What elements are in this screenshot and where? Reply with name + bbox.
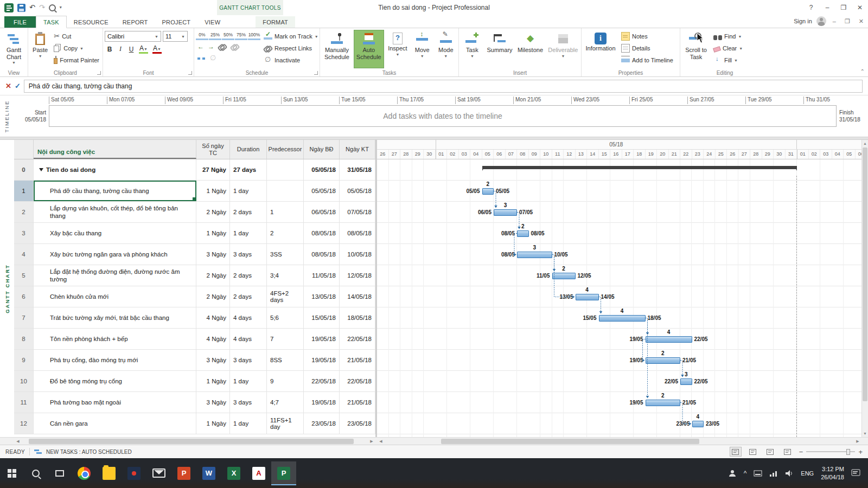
print-preview-icon[interactable] (49, 4, 56, 11)
zoom-slider[interactable] (806, 451, 855, 452)
cell-id[interactable]: 4 (14, 244, 34, 265)
table-horizontal-scrollbar[interactable]: ◀ ▶ (14, 438, 375, 445)
task-row[interactable]: 9Phá trụ cổng, đào móng trụ mới3 Ngày3 d… (14, 350, 375, 371)
task-row[interactable]: 0Tien do sai dong27 Ngày27 days05/05/183… (14, 159, 375, 181)
cell-name[interactable]: Xây bậc cầu thang (34, 223, 196, 243)
cell-id[interactable]: 12 (14, 413, 34, 434)
scroll-right-icon[interactable]: ▶ (368, 439, 375, 444)
cell-duration[interactable]: 1 day (230, 371, 267, 391)
row-number-header[interactable] (14, 140, 34, 159)
mark-on-track-button[interactable]: Mark on Track ▼ (262, 31, 320, 42)
chart-body[interactable]: 05/0505/05206/0507/05308/0508/05208/0510… (377, 159, 861, 437)
timescale[interactable]: 05/18 2627282930010203040506070809101112… (377, 140, 861, 159)
inactivate-button[interactable]: Inactivate (262, 55, 320, 66)
task-view-button[interactable] (48, 461, 72, 485)
font-size-select[interactable]: 11 ▼ (163, 31, 188, 42)
cell-duration[interactable]: 2 days (230, 265, 267, 286)
cell-pred[interactable]: 4FS+2 days (267, 286, 304, 307)
table-scroll-thumb[interactable] (29, 439, 354, 444)
task-row[interactable]: 4Xây bức tường ngăn gara và phòng khách3… (14, 244, 375, 265)
minimize-button[interactable]: – (819, 1, 835, 15)
column-header[interactable]: Số ngày TC (196, 140, 230, 159)
scroll-left-icon[interactable]: ◀ (377, 439, 385, 444)
help-button[interactable]: ? (803, 1, 819, 15)
tab-project[interactable]: PROJECT (155, 16, 198, 28)
font-color-button[interactable]: A▼ (152, 44, 162, 54)
font-dialog-launcher-icon[interactable] (188, 71, 192, 75)
cell-pred[interactable]: 9 (267, 371, 304, 391)
cell-id[interactable]: 9 (14, 350, 34, 370)
vertical-scrollbar[interactable]: ▲ ▼ (861, 140, 868, 437)
cell-id[interactable]: 5 (14, 265, 34, 286)
fill-button[interactable]: Fill ▼ (712, 55, 744, 66)
cell-finish[interactable]: 21/05/18 (340, 392, 375, 413)
cell-start[interactable]: 15/05/18 (304, 307, 340, 328)
tab-resource[interactable]: RESOURCE (67, 16, 116, 28)
action-center-icon[interactable] (851, 469, 860, 477)
cell-pred[interactable]: 11FS+1 day (267, 413, 304, 434)
percent-complete-button[interactable]: 75% (235, 31, 247, 40)
app-logo-icon[interactable] (4, 3, 14, 12)
outdent-task-icon[interactable]: ← (197, 43, 204, 50)
scroll-up-icon[interactable]: ▲ (862, 140, 868, 147)
cell-id[interactable]: 8 (14, 329, 34, 349)
cell-duration[interactable]: 3 days (230, 350, 267, 370)
respect-links-button[interactable]: Respect Links (262, 43, 320, 54)
manually-schedule-button[interactable]: Manually Schedule (322, 30, 352, 68)
maximize-button[interactable]: ❐ (835, 1, 852, 15)
people-icon[interactable] (728, 469, 737, 478)
column-header[interactable]: Ngày BĐ (304, 140, 340, 159)
percent-complete-button[interactable]: 100% (248, 31, 260, 40)
taskbar-chrome-icon[interactable] (72, 461, 97, 485)
cell-start[interactable]: 05/05/18 (304, 181, 340, 201)
cell-so_ngay[interactable]: 2 Ngày (196, 286, 230, 307)
cell-duration[interactable]: 4 days (230, 307, 267, 328)
timeline-pane-tab[interactable]: TIMELINE (0, 95, 14, 137)
tab-report[interactable]: REPORT (116, 16, 155, 28)
cell-start[interactable]: 19/05/18 (304, 392, 340, 413)
sign-in-link[interactable]: Sign in (794, 18, 812, 24)
speaker-icon[interactable] (785, 470, 794, 477)
cell-so_ngay[interactable]: 2 Ngày (196, 265, 230, 286)
column-header[interactable]: Predecessor (267, 140, 304, 159)
cell-pred[interactable] (267, 181, 304, 201)
cell-duration[interactable]: 2 days (230, 202, 267, 222)
task-row[interactable]: 6Chèn khuôn cửa mới2 Ngày2 days4FS+2 day… (14, 286, 375, 307)
network-icon[interactable] (769, 470, 778, 477)
cell-finish[interactable]: 18/05/18 (340, 307, 375, 328)
cell-finish[interactable]: 22/05/18 (340, 371, 375, 391)
cell-id[interactable]: 3 (14, 223, 34, 243)
cell-id[interactable]: 2 (14, 202, 34, 222)
cell-id[interactable]: 0 (14, 159, 34, 180)
touch-keyboard-icon[interactable] (754, 470, 762, 477)
cell-so_ngay[interactable]: 1 Ngày (196, 413, 230, 434)
background-color-button[interactable]: A▼ (138, 44, 149, 54)
cell-start[interactable]: 13/05/18 (304, 286, 340, 307)
cell-finish[interactable]: 31/05/18 (340, 159, 375, 180)
paste-button[interactable]: Paste ▼ (30, 30, 50, 68)
language-indicator[interactable]: ENG (801, 470, 814, 477)
find-button[interactable]: Find ▼ (712, 31, 744, 42)
column-header[interactable]: Nội dung công việc (34, 140, 196, 159)
column-header[interactable]: Ngày KT (340, 140, 375, 159)
task-entry-field[interactable]: Phá dỡ cầu thang, tường cầu thang (24, 80, 863, 93)
cell-so_ngay[interactable]: 3 Ngày (196, 350, 230, 370)
taskbar-excel-icon[interactable]: X (221, 461, 246, 485)
indent-task-icon[interactable]: → (208, 43, 214, 50)
cell-finish[interactable]: 21/05/18 (340, 350, 375, 370)
cell-finish[interactable]: 14/05/18 (340, 286, 375, 307)
cell-so_ngay[interactable]: 1 Ngày (196, 181, 230, 201)
cell-name[interactable]: Lắp dựng ván khuôn, cốt thép, đổ bê tông… (34, 202, 196, 222)
search-button[interactable] (24, 461, 48, 485)
task-usage-view-shortcut[interactable] (747, 447, 759, 457)
unlink-tasks-icon[interactable] (231, 42, 239, 51)
scroll-left-icon[interactable]: ◀ (14, 439, 22, 444)
timeline-band[interactable]: Add tasks with dates to the timeline (49, 105, 837, 127)
cell-name[interactable]: Tôn nền phòng khách + bếp (34, 329, 196, 349)
insert-milestone-button[interactable]: Milestone (515, 30, 545, 68)
cell-pred[interactable]: 8SS (267, 350, 304, 370)
tab-task[interactable]: TASK (36, 16, 67, 28)
taskbar-word-icon[interactable]: W (196, 461, 221, 485)
cell-finish[interactable]: 07/05/18 (340, 202, 375, 222)
link-tasks-icon[interactable] (218, 42, 227, 51)
